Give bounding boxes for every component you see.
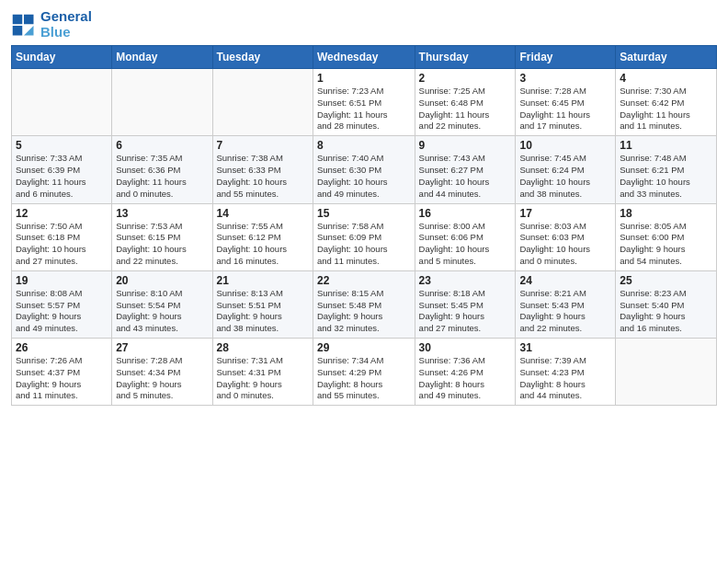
logo-text: GeneralBlue — [40, 9, 92, 40]
day-number: 5 — [16, 139, 108, 152]
day-cell: 4Sunrise: 7:30 AM Sunset: 6:42 PM Daylig… — [616, 69, 717, 136]
day-info: Sunrise: 7:35 AM Sunset: 6:36 PM Dayligh… — [116, 153, 208, 200]
day-cell: 3Sunrise: 7:28 AM Sunset: 6:45 PM Daylig… — [516, 69, 616, 136]
day-info: Sunrise: 7:36 AM Sunset: 4:26 PM Dayligh… — [419, 355, 512, 402]
day-cell: 5Sunrise: 7:33 AM Sunset: 6:39 PM Daylig… — [12, 136, 112, 203]
day-cell: 29Sunrise: 7:34 AM Sunset: 4:29 PM Dayli… — [313, 339, 415, 406]
day-info: Sunrise: 7:50 AM Sunset: 6:18 PM Dayligh… — [16, 221, 108, 268]
day-info: Sunrise: 7:25 AM Sunset: 6:48 PM Dayligh… — [419, 86, 512, 132]
day-info: Sunrise: 7:30 AM Sunset: 6:42 PM Dayligh… — [620, 86, 712, 132]
weekday-header-row: SundayMondayTuesdayWednesdayThursdayFrid… — [12, 46, 717, 69]
day-cell — [112, 69, 212, 136]
calendar: SundayMondayTuesdayWednesdayThursdayFrid… — [11, 45, 717, 406]
day-cell: 18Sunrise: 8:05 AM Sunset: 6:00 PM Dayli… — [616, 203, 717, 270]
weekday-friday: Friday — [516, 46, 616, 69]
weekday-tuesday: Tuesday — [212, 46, 313, 69]
day-number: 29 — [317, 341, 411, 354]
day-info: Sunrise: 8:18 AM Sunset: 5:45 PM Dayligh… — [419, 288, 512, 335]
day-number: 26 — [16, 341, 108, 354]
day-cell: 6Sunrise: 7:35 AM Sunset: 6:36 PM Daylig… — [112, 136, 212, 203]
week-row-2: 5Sunrise: 7:33 AM Sunset: 6:39 PM Daylig… — [12, 136, 717, 203]
day-info: Sunrise: 7:58 AM Sunset: 6:09 PM Dayligh… — [317, 221, 411, 268]
day-info: Sunrise: 7:28 AM Sunset: 4:34 PM Dayligh… — [116, 355, 208, 402]
day-cell: 26Sunrise: 7:26 AM Sunset: 4:37 PM Dayli… — [12, 339, 112, 406]
day-number: 13 — [116, 207, 208, 220]
day-cell: 1Sunrise: 7:23 AM Sunset: 6:51 PM Daylig… — [313, 69, 415, 136]
day-cell: 19Sunrise: 8:08 AM Sunset: 5:57 PM Dayli… — [12, 270, 112, 338]
day-info: Sunrise: 8:03 AM Sunset: 6:03 PM Dayligh… — [519, 221, 611, 268]
day-info: Sunrise: 8:00 AM Sunset: 6:06 PM Dayligh… — [419, 221, 512, 268]
day-cell: 2Sunrise: 7:25 AM Sunset: 6:48 PM Daylig… — [415, 69, 516, 136]
day-cell: 7Sunrise: 7:38 AM Sunset: 6:33 PM Daylig… — [212, 136, 313, 203]
day-number: 3 — [519, 72, 611, 85]
day-number: 27 — [116, 341, 208, 354]
day-number: 31 — [519, 341, 611, 354]
day-number: 17 — [519, 207, 611, 220]
day-number: 18 — [620, 207, 712, 220]
day-cell: 31Sunrise: 7:39 AM Sunset: 4:23 PM Dayli… — [516, 339, 616, 406]
day-number: 12 — [16, 207, 108, 220]
day-number: 30 — [419, 341, 512, 354]
day-number: 8 — [317, 139, 411, 152]
day-number: 21 — [217, 274, 309, 287]
weekday-monday: Monday — [112, 46, 212, 69]
day-number: 23 — [419, 274, 512, 287]
day-cell: 22Sunrise: 8:15 AM Sunset: 5:48 PM Dayli… — [313, 270, 415, 338]
day-number: 28 — [217, 341, 309, 354]
day-cell: 28Sunrise: 7:31 AM Sunset: 4:31 PM Dayli… — [212, 339, 313, 406]
day-cell: 27Sunrise: 7:28 AM Sunset: 4:34 PM Dayli… — [112, 339, 212, 406]
day-cell: 8Sunrise: 7:40 AM Sunset: 6:30 PM Daylig… — [313, 136, 415, 203]
day-cell: 30Sunrise: 7:36 AM Sunset: 4:26 PM Dayli… — [415, 339, 516, 406]
day-number: 7 — [217, 139, 309, 152]
day-number: 20 — [116, 274, 208, 287]
day-info: Sunrise: 7:34 AM Sunset: 4:29 PM Dayligh… — [317, 355, 411, 402]
day-cell: 23Sunrise: 8:18 AM Sunset: 5:45 PM Dayli… — [415, 270, 516, 338]
week-row-3: 12Sunrise: 7:50 AM Sunset: 6:18 PM Dayli… — [12, 203, 717, 270]
day-info: Sunrise: 7:45 AM Sunset: 6:24 PM Dayligh… — [519, 153, 611, 200]
day-cell: 17Sunrise: 8:03 AM Sunset: 6:03 PM Dayli… — [516, 203, 616, 270]
day-number: 15 — [317, 207, 411, 220]
day-info: Sunrise: 7:33 AM Sunset: 6:39 PM Dayligh… — [16, 153, 108, 200]
day-info: Sunrise: 8:23 AM Sunset: 5:40 PM Dayligh… — [620, 288, 712, 335]
day-number: 14 — [217, 207, 309, 220]
day-number: 2 — [419, 72, 512, 85]
logo: GeneralBlue — [11, 9, 92, 40]
day-cell: 20Sunrise: 8:10 AM Sunset: 5:54 PM Dayli… — [112, 270, 212, 338]
day-number: 6 — [116, 139, 208, 152]
svg-rect-0 — [13, 14, 23, 24]
week-row-5: 26Sunrise: 7:26 AM Sunset: 4:37 PM Dayli… — [12, 339, 717, 406]
day-number: 9 — [419, 139, 512, 152]
day-cell: 25Sunrise: 8:23 AM Sunset: 5:40 PM Dayli… — [616, 270, 717, 338]
day-number: 22 — [317, 274, 411, 287]
day-info: Sunrise: 8:10 AM Sunset: 5:54 PM Dayligh… — [116, 288, 208, 335]
day-cell: 11Sunrise: 7:48 AM Sunset: 6:21 PM Dayli… — [616, 136, 717, 203]
day-number: 4 — [620, 72, 712, 85]
day-cell — [12, 69, 112, 136]
svg-rect-1 — [24, 14, 34, 24]
day-cell: 12Sunrise: 7:50 AM Sunset: 6:18 PM Dayli… — [12, 203, 112, 270]
day-info: Sunrise: 7:55 AM Sunset: 6:12 PM Dayligh… — [217, 221, 309, 268]
day-info: Sunrise: 8:08 AM Sunset: 5:57 PM Dayligh… — [16, 288, 108, 335]
day-cell: 21Sunrise: 8:13 AM Sunset: 5:51 PM Dayli… — [212, 270, 313, 338]
day-cell: 10Sunrise: 7:45 AM Sunset: 6:24 PM Dayli… — [516, 136, 616, 203]
header: GeneralBlue — [11, 9, 717, 40]
week-row-4: 19Sunrise: 8:08 AM Sunset: 5:57 PM Dayli… — [12, 270, 717, 338]
day-info: Sunrise: 7:23 AM Sunset: 6:51 PM Dayligh… — [317, 86, 411, 132]
day-info: Sunrise: 7:31 AM Sunset: 4:31 PM Dayligh… — [217, 355, 309, 402]
day-cell: 14Sunrise: 7:55 AM Sunset: 6:12 PM Dayli… — [212, 203, 313, 270]
day-number: 1 — [317, 72, 411, 85]
day-number: 24 — [519, 274, 611, 287]
day-number: 19 — [16, 274, 108, 287]
day-cell: 24Sunrise: 8:21 AM Sunset: 5:43 PM Dayli… — [516, 270, 616, 338]
weekday-saturday: Saturday — [616, 46, 717, 69]
day-info: Sunrise: 8:15 AM Sunset: 5:48 PM Dayligh… — [317, 288, 411, 335]
day-info: Sunrise: 7:48 AM Sunset: 6:21 PM Dayligh… — [620, 153, 712, 200]
day-number: 11 — [620, 139, 712, 152]
day-info: Sunrise: 7:28 AM Sunset: 6:45 PM Dayligh… — [519, 86, 611, 132]
day-info: Sunrise: 8:21 AM Sunset: 5:43 PM Dayligh… — [519, 288, 611, 335]
week-row-1: 1Sunrise: 7:23 AM Sunset: 6:51 PM Daylig… — [12, 69, 717, 136]
day-info: Sunrise: 7:26 AM Sunset: 4:37 PM Dayligh… — [16, 355, 108, 402]
day-number: 16 — [419, 207, 512, 220]
day-info: Sunrise: 7:43 AM Sunset: 6:27 PM Dayligh… — [419, 153, 512, 200]
day-cell: 13Sunrise: 7:53 AM Sunset: 6:15 PM Dayli… — [112, 203, 212, 270]
